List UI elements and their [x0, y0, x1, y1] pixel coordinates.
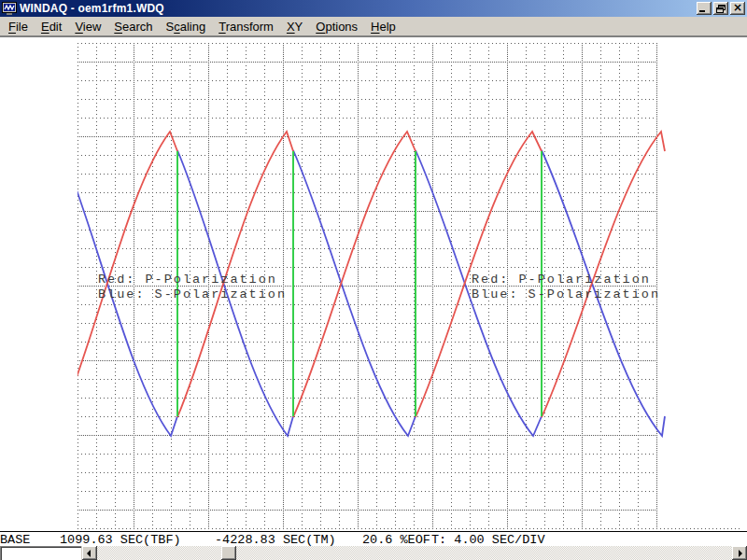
bottom-bar	[0, 546, 747, 560]
right-arrow-icon	[739, 550, 742, 557]
status-time-marker: -4228.83 SEC(TM)	[215, 533, 336, 547]
menu-item-xy[interactable]: XY	[280, 18, 309, 35]
scroll-track[interactable]	[97, 546, 732, 560]
menu-item-help[interactable]: Help	[364, 18, 402, 35]
status-bar: BASE 1099.63 SEC(TBF) -4228.83 SEC(TM) 2…	[0, 531, 747, 546]
windaq-window: WINDAQ - oem1rfm1.WDQ × FileEditViewSear…	[0, 0, 747, 560]
menu-item-options[interactable]: Options	[309, 18, 364, 35]
pan-display	[0, 546, 81, 560]
status-time-per-div: T: 4.00 SEC/DIV	[431, 533, 545, 547]
restore-icon	[713, 3, 728, 15]
menu-item-file[interactable]: File	[2, 18, 35, 35]
waveform-plot[interactable]	[0, 37, 747, 531]
menu-item-scaling[interactable]: Scaling	[160, 18, 213, 35]
scroll-right-button[interactable]	[732, 546, 747, 560]
minimize-icon	[699, 10, 705, 12]
minimize-button[interactable]	[697, 2, 712, 15]
title-bar: WINDAQ - oem1rfm1.WDQ ×	[0, 0, 747, 17]
menu-item-search[interactable]: Search	[107, 18, 159, 35]
menu-item-edit[interactable]: Edit	[35, 18, 68, 35]
status-percent-eof: 20.6 %EOF	[362, 533, 430, 547]
scroll-thumb[interactable]	[221, 546, 236, 560]
status-time-from-beginning: 1099.63 SEC(TBF)	[60, 533, 181, 547]
windaq-app-icon	[2, 2, 17, 15]
close-button[interactable]: ×	[730, 2, 745, 15]
close-icon: ×	[730, 2, 745, 14]
menu-item-view[interactable]: View	[68, 18, 107, 35]
left-arrow-icon	[87, 550, 91, 557]
window-title: WINDAQ - oem1rfm1.WDQ	[20, 2, 697, 15]
scroll-left-button[interactable]	[82, 546, 97, 560]
menu-bar: FileEditViewSearchScalingTransformXYOpti…	[0, 17, 747, 37]
restore-button[interactable]	[713, 2, 728, 15]
menu-item-transform[interactable]: Transform	[212, 18, 280, 35]
horizontal-scrollbar[interactable]	[82, 546, 747, 560]
